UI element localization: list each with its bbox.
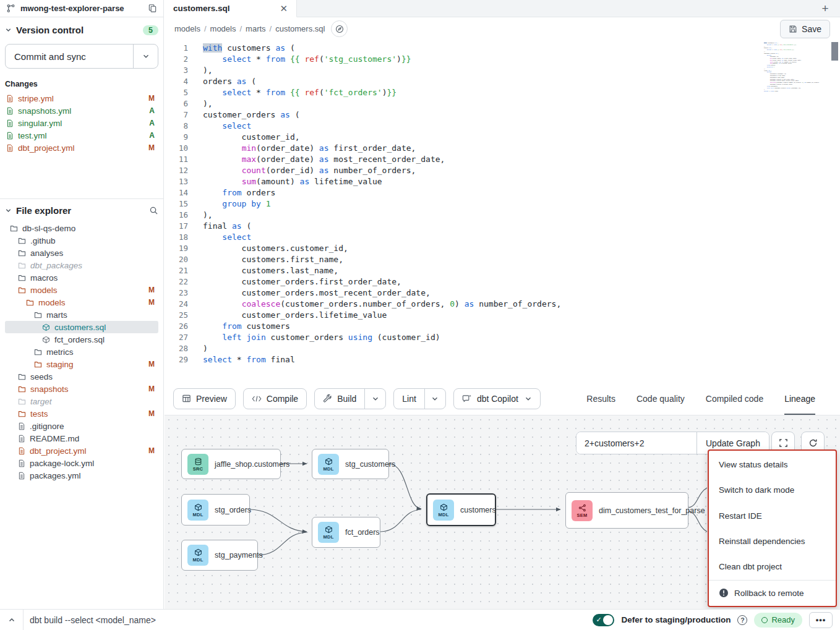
menu-item-reinstall-dependencies[interactable]: Reinstall dependencies — [709, 529, 836, 554]
lineage-node-jaffle-shop-customers[interactable]: SRCjaffle_shop.customers — [181, 449, 281, 479]
breadcrumb-item[interactable]: customers.sql — [275, 24, 325, 33]
code-line[interactable]: 29select * from final — [165, 354, 840, 365]
code-line[interactable]: 21 customers.last_name, — [165, 265, 840, 276]
breadcrumb-item[interactable]: marts — [246, 24, 266, 33]
lineage-node-dim-customers-test-for-parse[interactable]: SEMdim_customers_test_for_parse — [565, 492, 688, 529]
changed-file-row[interactable]: test.ymlA — [5, 129, 158, 142]
tree-item-package-lock-yml[interactable]: package-lock.yml — [5, 457, 158, 469]
lint-options-caret[interactable] — [424, 389, 445, 409]
code-line[interactable]: 28) — [165, 343, 840, 354]
result-tab-results[interactable]: Results — [586, 382, 615, 415]
tree-item-analyses[interactable]: analyses — [5, 247, 158, 259]
code-line[interactable]: 14 from orders — [165, 187, 840, 198]
code-line[interactable]: 3), — [165, 65, 840, 76]
result-tab-code-quality[interactable]: Code quality — [636, 382, 685, 415]
editor-scrollbar[interactable] — [831, 42, 838, 61]
tree-item-models[interactable]: modelsM — [5, 284, 158, 296]
changed-file-row[interactable]: stripe.ymlM — [5, 92, 158, 104]
menu-item-rollback-to-remote[interactable]: Rollback to remote — [709, 581, 836, 606]
menu-item-switch-to-dark-mode[interactable]: Switch to dark mode — [709, 477, 836, 503]
code-line[interactable]: 20 customers.first_name, — [165, 254, 840, 265]
more-options-button[interactable]: ••• — [809, 612, 833, 628]
tree-item-metrics[interactable]: metrics — [5, 346, 158, 358]
compile-button[interactable]: Compile — [243, 388, 307, 409]
code-line[interactable]: 4orders as ( — [165, 76, 840, 87]
code-line[interactable]: 19 customers.customer_id, — [165, 243, 840, 254]
tree-item-dbt-packages[interactable]: dbt_packages — [5, 259, 158, 271]
tree-item-snapshots[interactable]: snapshotsM — [5, 383, 158, 395]
result-tab-lineage[interactable]: Lineage — [784, 382, 815, 415]
commit-options-caret[interactable] — [133, 45, 158, 68]
lineage-node-stg-orders[interactable]: MDLstg_orders — [181, 494, 250, 526]
code-line[interactable]: 10 min(order_date) as first_order_date, — [165, 143, 840, 154]
tree-item-fct-orders-sql[interactable]: fct_orders.sql — [5, 333, 158, 346]
copy-icon[interactable] — [148, 4, 157, 13]
code-line[interactable]: 13 sum(amount) as lifetime_value — [165, 176, 840, 187]
code-line[interactable]: 18 select — [165, 232, 840, 243]
tree-item-dbt-project-yml[interactable]: dbt_project.ymlM — [5, 445, 158, 457]
commit-and-sync-button[interactable]: Commit and sync — [5, 44, 158, 69]
lineage-node-stg-payments[interactable]: MDLstg_payments — [181, 540, 258, 571]
code-editor[interactable]: 1with customers as (2 select * from {{ r… — [165, 40, 840, 382]
code-line[interactable]: 6), — [165, 98, 840, 109]
code-line[interactable]: 12 count(order_id) as number_of_orders, — [165, 165, 840, 176]
lineage-node-fct-orders[interactable]: MDLfct_orders — [312, 517, 380, 548]
navigate-icon[interactable] — [331, 20, 348, 37]
preview-button[interactable]: Preview — [173, 388, 236, 409]
code-line[interactable]: 15 group by 1 — [165, 198, 840, 210]
lineage-node-stg-customers[interactable]: MDLstg_customers — [312, 449, 389, 479]
changed-file-row[interactable]: singular.ymlA — [5, 117, 158, 129]
collapse-command-bar-button[interactable] — [0, 610, 24, 630]
tree-item-macros[interactable]: macros — [5, 271, 158, 284]
tree-item--github[interactable]: .github — [5, 234, 158, 247]
graph-selector-input[interactable] — [576, 432, 696, 454]
lineage-node-customers[interactable]: MDLcustomers — [426, 493, 496, 526]
changed-file-row[interactable]: snapshots.ymlA — [5, 104, 158, 117]
help-icon[interactable]: ? — [737, 615, 747, 625]
build-options-caret[interactable] — [364, 389, 385, 409]
breadcrumb-item[interactable]: models — [210, 24, 236, 33]
code-line[interactable]: 8 select — [165, 121, 840, 132]
code-line[interactable]: 7customer_orders as ( — [165, 109, 840, 121]
build-button[interactable]: Build — [315, 389, 364, 409]
code-line[interactable]: 17final as ( — [165, 221, 840, 232]
breadcrumb-item[interactable]: models — [174, 24, 200, 33]
code-line[interactable]: 5 select * from {{ ref('fct_orders')}} — [165, 87, 840, 98]
lint-button[interactable]: Lint — [394, 389, 424, 409]
tree-item-marts[interactable]: marts — [5, 309, 158, 321]
tree-item-staging[interactable]: stagingM — [5, 358, 158, 370]
tree-item-tests[interactable]: testsM — [5, 407, 158, 420]
tree-item-target[interactable]: target — [5, 395, 158, 407]
command-input[interactable] — [24, 615, 593, 625]
chevron-down-icon[interactable] — [5, 27, 12, 33]
code-line[interactable]: 1with customers as ( — [165, 43, 840, 54]
code-line[interactable]: 26 from customers — [165, 321, 840, 332]
close-icon[interactable]: ✕ — [280, 4, 288, 13]
dbt-copilot-button[interactable]: dbt Copilot — [453, 388, 541, 409]
tree-item-readme-md[interactable]: README.md — [5, 432, 158, 445]
code-line[interactable]: 24 coalesce(customer_orders.number_of_or… — [165, 299, 840, 310]
tree-item-db-sl-qs-demo[interactable]: db-sl-qs-demo — [5, 222, 158, 234]
search-icon[interactable] — [149, 206, 158, 215]
chevron-down-icon[interactable] — [5, 207, 12, 214]
tree-item-seeds[interactable]: seeds — [5, 370, 158, 383]
code-line[interactable]: 27 left join customer_orders using (cust… — [165, 332, 840, 343]
code-line[interactable]: 9 customer_id, — [165, 132, 840, 143]
code-line[interactable]: 25 customer_orders.lifetime_value — [165, 310, 840, 321]
code-line[interactable]: 16), — [165, 210, 840, 221]
changed-file-row[interactable]: dbt_project.ymlM — [5, 142, 158, 154]
defer-toggle[interactable]: ✓ — [593, 614, 614, 626]
tree-item-packages-yml[interactable]: packages.yml — [5, 469, 158, 482]
menu-item-clean-dbt-project[interactable]: Clean dbt project — [709, 554, 836, 579]
result-tab-compiled-code[interactable]: Compiled code — [706, 382, 763, 415]
code-line[interactable]: 23 customer_orders.most_recent_order_dat… — [165, 287, 840, 299]
tab-customers-sql[interactable]: customers.sql ✕ — [165, 0, 297, 17]
save-button[interactable]: Save — [780, 20, 830, 38]
code-line[interactable]: 2 select * from {{ ref('stg_customers')}… — [165, 54, 840, 65]
tree-item-customers-sql[interactable]: customers.sql — [5, 321, 158, 333]
menu-item-view-status-details[interactable]: View status details — [709, 452, 836, 477]
status-badge[interactable]: Ready — [754, 613, 802, 628]
code-line[interactable]: 22 customer_orders.first_order_date, — [165, 276, 840, 287]
tree-item--gitignore[interactable]: .gitignore — [5, 420, 158, 432]
new-tab-button[interactable]: + — [810, 0, 840, 17]
